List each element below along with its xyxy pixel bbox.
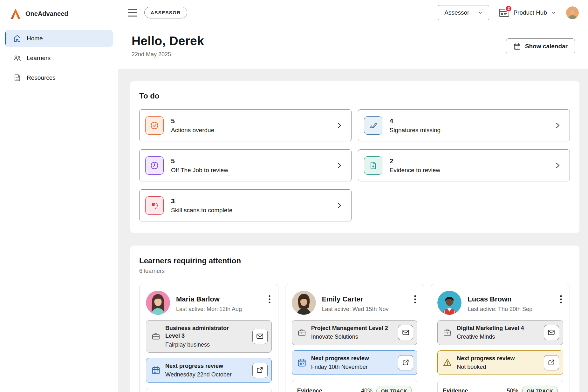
role-dropdown[interactable]: Assessor (438, 5, 489, 20)
todo-count: 5 (171, 157, 228, 165)
user-avatar-image (566, 6, 579, 19)
todo-card-skill-scans[interactable]: 3 Skill scans to complete (139, 189, 352, 221)
review-title: Next progress review (165, 362, 232, 370)
warning-icon (443, 358, 452, 367)
sidebar-item-label: Learners (27, 55, 51, 62)
chevron-down-icon (551, 10, 557, 16)
learners-icon (13, 54, 21, 62)
chevron-right-icon (335, 162, 343, 169)
menu-toggle-button[interactable] (128, 9, 137, 17)
course-provider: Fairplay business (165, 341, 245, 348)
external-link-icon (256, 367, 263, 374)
home-icon (13, 34, 21, 43)
evidence-percent: 40% (361, 388, 373, 392)
learner-avatar (292, 291, 316, 315)
review-status: Not booked (457, 363, 515, 371)
todo-panel: To do 5 Actions overdue (130, 81, 579, 233)
product-hub-menu[interactable]: 2 Product Hub (499, 8, 557, 17)
learner-name: Lucas Brown (468, 295, 532, 303)
todo-label: Signatures missing (390, 127, 441, 134)
mail-icon (256, 333, 263, 340)
open-review-button[interactable] (252, 363, 268, 378)
status-badge: ON TRACK (376, 386, 412, 392)
hamburger-icon (128, 9, 137, 10)
kebab-icon (414, 295, 416, 303)
chevron-right-icon (335, 122, 343, 129)
briefcase-icon (297, 328, 306, 337)
brand-name: OneAdvanced (25, 10, 68, 17)
learner-menu-button[interactable] (413, 293, 417, 306)
open-review-button[interactable] (544, 355, 559, 370)
user-avatar[interactable] (566, 6, 579, 19)
top-bar: ASSESSOR Assessor (118, 0, 588, 25)
signature-icon (368, 121, 378, 130)
todo-count: 2 (390, 157, 440, 165)
top-bar-right: Assessor 2 Produ (438, 5, 579, 20)
learner-avatar (437, 291, 462, 315)
todo-card-off-the-job[interactable]: 5 Off The Job to review (139, 149, 352, 181)
sidebar: OneAdvanced Home Learners (0, 0, 118, 392)
learner-menu-button[interactable] (267, 293, 272, 306)
learner-grid: Maria Barlow Last active: Mon 12th Aug (139, 284, 570, 392)
current-date: 22nd May 2025 (132, 51, 204, 58)
learner-last-active: Last active: Mon 12th Aug (176, 306, 242, 313)
page-title: Hello, Derek (132, 34, 204, 48)
message-learner-button[interactable] (252, 329, 268, 344)
course-provider: Innovate Solutions (311, 333, 388, 341)
skill-scan-icon (150, 201, 159, 210)
todo-label: Skill scans to complete (171, 207, 232, 214)
todo-card-signatures-missing[interactable]: 4 Signatures missing (358, 109, 570, 141)
todo-card-actions-overdue[interactable]: 5 Actions overdue (139, 109, 352, 141)
hero-header: Hello, Derek 22nd May 2025 Show calendar (118, 25, 588, 69)
sidebar-item-label: Resources (27, 74, 56, 81)
todo-title: To do (139, 91, 570, 100)
check-circle-icon (150, 121, 159, 130)
brand-logo-row: OneAdvanced (0, 0, 118, 26)
course-info-box: Digital Marketing Level 4 Creative Minds (437, 320, 563, 345)
learner-last-active: Last active: Thu 20th Sep (468, 306, 532, 313)
message-learner-button[interactable] (398, 325, 413, 340)
evidence-box: Evidence 40% ON TRACK (292, 380, 418, 392)
external-link-icon (402, 359, 409, 366)
sidebar-item-resources[interactable]: Resources (5, 70, 113, 86)
role-dropdown-value: Assessor (444, 9, 469, 16)
mail-icon (548, 329, 555, 336)
todo-count: 4 (390, 117, 441, 125)
briefcase-icon (151, 332, 161, 341)
evidence-label: Evidence (297, 388, 322, 392)
learner-menu-button[interactable] (559, 293, 563, 306)
learner-name: Emily Carter (322, 295, 389, 303)
todo-card-evidence-to-review[interactable]: 2 Evidence to review (358, 149, 570, 181)
resources-icon (13, 74, 21, 82)
external-link-icon (548, 359, 555, 366)
course-title: Project Management Level 2 (311, 324, 388, 332)
review-date: Friday 10th November (311, 363, 369, 371)
main-area: ASSESSOR Assessor (118, 0, 588, 392)
message-learner-button[interactable] (544, 325, 559, 340)
calendar-icon (297, 358, 306, 367)
course-title: Business administrator Level 3 (165, 324, 245, 340)
next-review-box: Next progress review Not booked (437, 350, 563, 375)
show-calendar-button[interactable]: Show calendar (506, 38, 575, 54)
todo-label: Off The Job to review (171, 167, 228, 174)
open-review-button[interactable] (398, 355, 413, 370)
hero-text: Hello, Derek 22nd May 2025 (132, 34, 204, 69)
role-badge: ASSESSOR (144, 7, 187, 18)
course-info-box: Business administrator Level 3 Fairplay … (146, 320, 272, 353)
sidebar-item-learners[interactable]: Learners (5, 50, 113, 66)
evidence-box: Evidence 50% ON TRACK (437, 380, 563, 392)
course-title: Digital Marketing Level 4 (457, 324, 524, 332)
evidence-percent: 50% (507, 388, 518, 392)
sidebar-item-label: Home (27, 35, 43, 42)
sidebar-nav: Home Learners Resources (0, 26, 118, 86)
review-date: Wednesday 22nd October (165, 371, 232, 378)
calendar-icon (151, 366, 161, 375)
mail-icon (402, 329, 409, 336)
page-content: To do 5 Actions overdue (118, 69, 588, 392)
next-review-box: Next progress review Wednesday 22nd Octo… (146, 358, 272, 383)
review-title: Next progress review (457, 355, 515, 362)
todo-grid: 5 Actions overdue 4 (139, 109, 570, 221)
todo-count: 5 (171, 117, 214, 125)
learner-card-lucas-brown: Lucas Brown Last active: Thu 20th Sep (431, 284, 570, 392)
sidebar-item-home[interactable]: Home (5, 30, 113, 47)
